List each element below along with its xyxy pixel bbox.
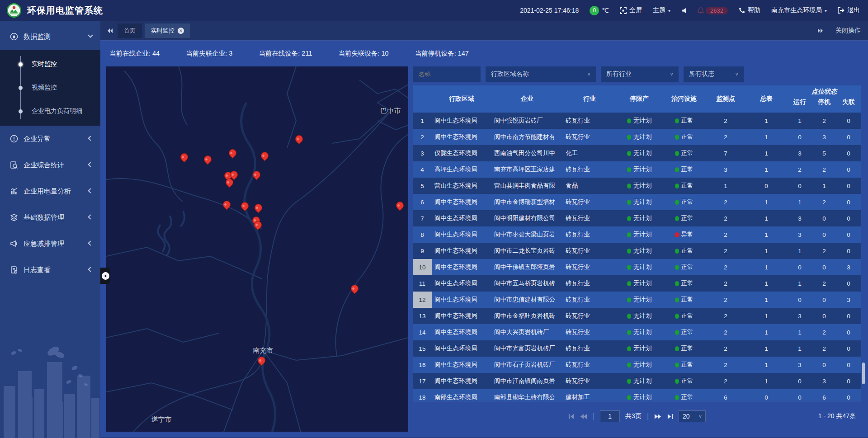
table-row[interactable]: 13阆中生态环境局阆中市金福旺页岩机砖砖瓦行业无计划正常21300 <box>413 308 861 324</box>
logout-button[interactable]: 退出 <box>838 6 860 14</box>
table-row[interactable]: 2阆中生态环境局阆中市南方节能建材有砖瓦行业无计划正常21030 <box>413 129 861 145</box>
tabs-scroll-right-button[interactable] <box>817 28 824 33</box>
page-size-select[interactable]: 20 ˅ <box>679 410 706 422</box>
sidebar-collapse-handle[interactable] <box>100 268 110 284</box>
lost-count-cell: 0 <box>836 210 861 226</box>
prev-page-icon <box>580 414 587 419</box>
lost-count-cell: 0 <box>836 194 861 210</box>
stop-plan-cell: 无计划 <box>616 389 662 401</box>
facility-status-label: 正常 <box>681 247 693 255</box>
sidebar-item-3[interactable]: 企业综合统计 <box>0 152 100 178</box>
stop-plan-label: 无计划 <box>633 149 652 157</box>
map-panel[interactable]: 巴中市南充市遂宁市 <box>106 66 408 432</box>
table-row[interactable]: 10阆中生态环境局阆中千佛镇五郎垭页岩砖瓦行业无计划正常21003 <box>413 259 861 275</box>
sidebar-item-5[interactable]: 基础数据管理 <box>0 204 100 231</box>
content: 当前在线企业: 44当前失联企业: 3当前在线设备: 211当前失联设备: 10… <box>100 41 868 438</box>
name-filter-input[interactable] <box>418 71 475 78</box>
notification-button[interactable]: 2632 <box>698 7 728 14</box>
sidebar-subitem[interactable]: 视频监控 <box>0 76 100 99</box>
stop-plan-label: 无计划 <box>633 165 652 174</box>
total-meter-cell: 0 <box>745 389 787 401</box>
monitor-count-cell: 6 <box>706 389 745 401</box>
close-operations-button[interactable]: 关闭操作 <box>835 27 861 35</box>
tabs-scroll-left-button[interactable] <box>107 28 113 33</box>
stats-bar: 当前在线企业: 44当前失联企业: 3当前在线设备: 211当前失联设备: 10… <box>100 41 868 66</box>
last-page-button[interactable] <box>667 414 673 419</box>
enterprise-table: 行政区域企业行业停限产治污设施监测点总表点位状态运行停机失联 1阆中生态环境局阆… <box>413 85 861 401</box>
org-menu[interactable]: 南充市生态环境局▾ <box>771 6 827 14</box>
facility-status-cell: 正常 <box>662 210 706 226</box>
stop-plan-label: 无计划 <box>633 247 652 255</box>
status-dot-green-icon <box>627 379 631 384</box>
company-cell: 阆中千佛镇五郎垭页岩 <box>491 259 563 275</box>
table-row[interactable]: 5营山生态环境局营山县润丰肉食品有限食品无计划正常10010 <box>413 178 861 194</box>
table-row[interactable]: 6阆中生态环境局阆中市金博瑞新型墙材砖瓦行业无计划正常21120 <box>413 194 861 210</box>
table-row[interactable]: 15阆中生态环境局阆中市光富页岩机砖厂砖瓦行业无计划正常21120 <box>413 340 861 357</box>
row-number-cell: 5 <box>413 178 432 194</box>
submenu-dot-icon <box>19 86 23 90</box>
double-chevron-right-icon <box>817 28 824 33</box>
status-dot-green-icon <box>675 395 679 400</box>
sound-button[interactable] <box>681 8 687 14</box>
help-button[interactable]: 帮助 <box>739 6 760 14</box>
tab-首页[interactable]: 首页 <box>118 24 142 38</box>
facility-status-cell: 正常 <box>662 113 706 129</box>
lost-count-cell: 0 <box>836 373 861 389</box>
lost-count-cell: 0 <box>836 243 861 259</box>
first-page-button[interactable] <box>568 414 575 419</box>
table-row[interactable]: 4高坪生态环境局南充市高坪区王家店建砖瓦行业无计划正常31220 <box>413 161 861 178</box>
sidebar-item-label: 企业异常 <box>24 135 89 143</box>
tab-实时监控[interactable]: 实时监控✕ <box>145 24 190 38</box>
status-dot-green-icon <box>675 118 679 123</box>
table-row[interactable]: 1阆中生态环境局阆中强锐页岩砖厂砖瓦行业无计划正常21120 <box>413 113 861 129</box>
facility-status-cell: 正常 <box>662 161 706 178</box>
fullscreen-button[interactable]: 全屏 <box>620 6 642 14</box>
status-dot-green-icon <box>627 281 631 286</box>
sidebar-item-1[interactable]: 数据监测 <box>0 24 100 50</box>
sidebar-subitem[interactable]: 实时监控 <box>0 52 100 76</box>
table-row[interactable]: 7阆中生态环境局阆中明阳建材有限公司砖瓦行业无计划正常21300 <box>413 210 861 226</box>
sidebar-item-6[interactable]: 应急减排管理 <box>0 231 100 257</box>
table-row[interactable]: 3仪陇生态环境局西南油气田分公司川中化工无计划正常71350 <box>413 145 861 161</box>
theme-button[interactable]: 主题▾ <box>653 6 670 14</box>
sidebar-item-4[interactable]: 企业用电量分析 <box>0 178 100 204</box>
scrollbar-thumb[interactable] <box>862 363 865 384</box>
next-page-button[interactable] <box>654 414 661 419</box>
facility-status-cell: 正常 <box>662 243 706 259</box>
status-dot-green-icon <box>675 281 679 286</box>
lost-count-cell: 0 <box>836 178 861 194</box>
chart-icon <box>10 187 18 195</box>
row-number-cell: 18 <box>413 389 432 401</box>
row-number-cell: 8 <box>413 226 432 243</box>
facility-status-cell: 正常 <box>662 129 706 145</box>
table-row[interactable]: 11阆中生态环境局阆中市五马桥页岩机砖砖瓦行业无计划正常21120 <box>413 275 861 292</box>
industry-cell: 食品 <box>563 178 616 194</box>
table-row[interactable]: 14阆中生态环境局阆中大兴页岩机砖厂砖瓦行业无计划正常21120 <box>413 324 861 340</box>
industry-filter-select[interactable]: 所有行业 ˅ <box>601 66 679 82</box>
industry-cell: 建材加工 <box>563 389 616 401</box>
status-filter-select[interactable]: 所有状态 ˅ <box>684 66 744 82</box>
prev-page-button[interactable] <box>580 414 587 419</box>
sidebar-item-2[interactable]: 企业异常 <box>0 126 100 152</box>
row-number-cell: 14 <box>413 324 432 340</box>
table-row[interactable]: 16阆中生态环境局阆中市石子页岩机砖厂砖瓦行业无计划正常21300 <box>413 357 861 373</box>
name-filter-field[interactable] <box>413 66 481 82</box>
industry-cell: 砖瓦行业 <box>563 161 616 178</box>
sidebar-subitem[interactable]: 企业电力负荷明细 <box>0 99 100 123</box>
sidebar-item-7[interactable]: 日志查看 <box>0 257 100 283</box>
chevron-left-icon <box>88 214 93 219</box>
table-row[interactable]: 17阆中生态环境局阆中市江南镇阆南页岩砖瓦行业无计划正常21030 <box>413 373 861 389</box>
lost-count-cell: 0 <box>836 161 861 178</box>
page-number-input[interactable] <box>600 410 620 422</box>
facility-status-label: 正常 <box>681 133 693 141</box>
table-row[interactable]: 12阆中生态环境局阆中市忠信建材有限公砖瓦行业无计划正常21003 <box>413 292 861 308</box>
column-header-治污设施: 治污设施 <box>662 95 706 103</box>
monitor-count-cell: 2 <box>706 324 745 340</box>
region-filter-select[interactable]: 行政区域名称 ˅ <box>486 66 596 82</box>
table-row[interactable]: 18南部生态环境局南部县砌华土砖有限公建材加工无计划正常60060 <box>413 389 861 401</box>
top-header: 环保用电监管系统 2021-02-25 17:46:18 0 ℃ 全屏 主题▾ <box>0 0 868 21</box>
row-number-cell: 13 <box>413 308 432 324</box>
table-row[interactable]: 9阆中生态环境局阆中市二龙长宝页岩砖砖瓦行业无计划正常21120 <box>413 243 861 259</box>
table-row[interactable]: 8阆中生态环境局阆中市枣碧大梁山页岩砖瓦行业无计划异常21300 <box>413 226 861 243</box>
tab-close-icon[interactable]: ✕ <box>178 28 184 34</box>
